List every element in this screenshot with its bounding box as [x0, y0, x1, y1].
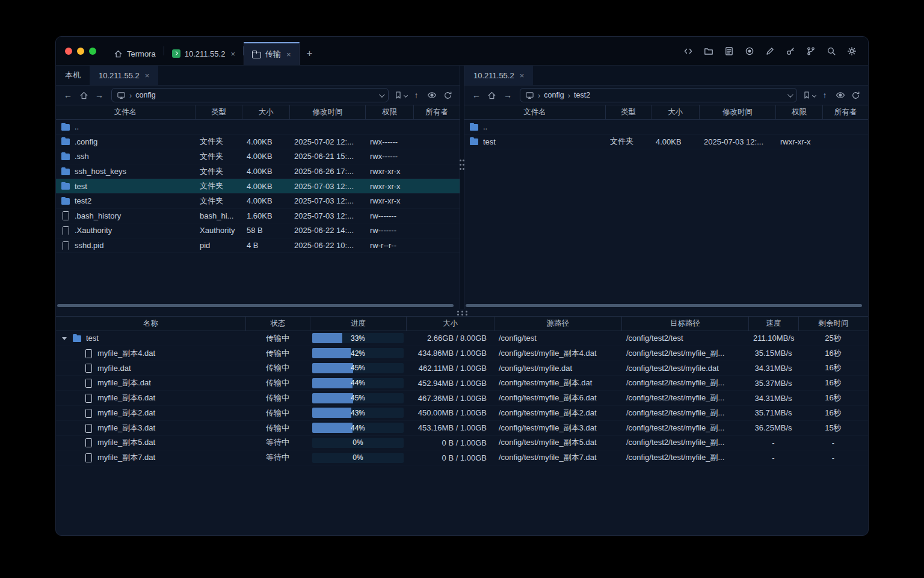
minimize-window-button[interactable] [77, 48, 84, 55]
transfer-row[interactable]: myfile_副本5.dat 等待中 0% 0 B / 1.00GB /conf… [56, 436, 868, 451]
transfer-status: 传输中 [245, 393, 310, 403]
column-header[interactable]: 大小 [406, 317, 494, 331]
column-header[interactable]: 修改时间 [699, 105, 775, 119]
expand-chevron-icon[interactable] [61, 335, 68, 342]
log-icon[interactable] [721, 43, 737, 59]
transfer-row[interactable]: test 传输中 33% 2.66GB / 8.00GB /config/tes… [56, 331, 868, 346]
path-segment[interactable]: test2 [574, 91, 590, 99]
close-tab-icon[interactable]: × [286, 50, 291, 59]
file-row[interactable]: sshd.pid pid 4 B 2025-06-22 10:... rw-r-… [56, 238, 460, 253]
refresh-button[interactable] [440, 88, 455, 102]
forward-button[interactable]: → [500, 88, 515, 102]
branch-icon[interactable] [803, 43, 819, 59]
terminal-icon [172, 49, 180, 58]
column-header[interactable]: 大小 [242, 105, 289, 119]
edit-icon[interactable] [762, 43, 778, 59]
file-row[interactable]: .bash_history bash_hi... 1.60KB 2025-07-… [56, 209, 460, 224]
column-header[interactable]: 进度 [310, 317, 406, 331]
path-segment[interactable]: config [544, 91, 564, 99]
column-header[interactable]: 所有者 [822, 105, 868, 119]
file-row[interactable]: test 文件夹 4.00KB 2025-07-03 12:... rwxr-x… [56, 179, 460, 194]
back-button[interactable]: ← [469, 88, 484, 102]
column-header[interactable]: 所有者 [413, 105, 460, 119]
transfer-row[interactable]: myfile_副本6.dat 传输中 45% 467.36MB / 1.00GB… [56, 391, 868, 406]
file-size-cell: 4.00KB [242, 182, 289, 191]
scrollbar-thumb[interactable] [466, 304, 862, 307]
file-row[interactable]: .. [464, 120, 868, 135]
transfer-row[interactable]: myfile_副本.dat 传输中 44% 452.94MB / 1.00GB … [56, 376, 868, 391]
close-tab-icon[interactable]: × [520, 71, 525, 80]
record-icon[interactable] [742, 43, 757, 59]
horizontal-scrollbar[interactable] [466, 303, 867, 308]
code-icon[interactable] [680, 43, 696, 59]
chevron-down-icon[interactable] [787, 92, 793, 98]
zoom-window-button[interactable] [89, 48, 96, 55]
column-header[interactable]: 速度 [748, 317, 798, 331]
key-icon[interactable] [783, 43, 798, 59]
column-header[interactable]: 源路径 [494, 317, 621, 331]
file-name-cell: .ssh [56, 152, 195, 161]
upload-button[interactable]: ↑ [818, 88, 832, 102]
bookmark-button[interactable] [393, 88, 408, 102]
settings-icon[interactable] [844, 43, 860, 59]
column-header[interactable]: 状态 [245, 317, 310, 331]
file-row[interactable]: test2 文件夹 4.00KB 2025-07-03 12:... rwxr-… [56, 194, 460, 209]
column-header[interactable]: 大小 [651, 105, 699, 119]
column-header[interactable]: 权限 [365, 105, 413, 119]
show-hidden-button[interactable] [425, 88, 439, 102]
panel-tab[interactable]: 10.211.55.2 × [464, 66, 533, 85]
close-window-button[interactable] [65, 48, 72, 55]
transfer-row[interactable]: myfile_副本4.dat 传输中 42% 434.86MB / 1.00GB… [56, 346, 868, 361]
transfer-row[interactable]: myfile_副本2.dat 传输中 43% 450.00MB / 1.00GB… [56, 406, 868, 421]
forward-button[interactable]: → [92, 88, 106, 102]
column-header[interactable]: 目标路径 [621, 317, 748, 331]
transfer-row[interactable]: myfile_副本7.dat 等待中 0% 0 B / 1.00GB /conf… [56, 450, 868, 465]
tab-transfer[interactable]: 传输 × [244, 42, 300, 65]
tab-host-session[interactable]: 10.211.55.2 × [164, 42, 243, 65]
file-row[interactable]: .. [56, 120, 460, 135]
panel-tab[interactable]: 本机 [56, 66, 90, 85]
transfer-row[interactable]: myfile_副本3.dat 传输中 44% 453.16MB / 1.00GB… [56, 421, 868, 436]
column-header[interactable]: 文件名 [56, 105, 195, 119]
path-separator: › [538, 91, 540, 100]
file-row[interactable]: test 文件夹 4.00KB 2025-07-03 12:... rwxr-x… [464, 135, 868, 150]
new-tab-button[interactable]: + [300, 42, 320, 65]
tab-termora[interactable]: Termora [106, 42, 164, 65]
path-bar[interactable]: › config › test2 [520, 88, 797, 102]
column-header[interactable]: 名称 [56, 317, 245, 331]
home-button[interactable] [76, 88, 91, 102]
file-row[interactable]: .config 文件夹 4.00KB 2025-07-02 12:... rwx… [56, 135, 460, 150]
upload-button[interactable]: ↑ [409, 88, 424, 102]
column-header[interactable]: 修改时间 [289, 105, 365, 119]
path-segment[interactable]: config [135, 91, 155, 99]
horizontal-scrollbar[interactable] [57, 303, 458, 308]
column-header[interactable]: 文件名 [464, 105, 605, 119]
column-header[interactable]: 剩余时间 [798, 317, 868, 331]
column-header[interactable]: 类型 [195, 105, 242, 119]
chevron-down-icon[interactable] [379, 92, 385, 98]
transfer-remaining: 16秒 [798, 393, 868, 403]
file-row[interactable]: .ssh 文件夹 4.00KB 2025-06-21 15:... rwx---… [56, 149, 460, 164]
panel-splitter[interactable] [460, 66, 464, 309]
scrollbar-thumb[interactable] [57, 304, 454, 307]
column-header[interactable]: 权限 [775, 105, 822, 119]
column-header[interactable]: 类型 [605, 105, 651, 119]
file-row[interactable]: ssh_host_keys 文件夹 4.00KB 2025-06-26 17:.… [56, 164, 460, 179]
search-icon[interactable] [824, 43, 839, 59]
file-name: .ssh [75, 152, 89, 161]
panel-tab[interactable]: 10.211.55.2 × [90, 66, 158, 85]
transfer-row[interactable]: myfile.dat 传输中 45% 462.11MB / 1.00GB /co… [56, 361, 868, 376]
folder-icon[interactable] [701, 43, 716, 59]
show-hidden-button[interactable] [833, 88, 848, 102]
close-tab-icon[interactable]: × [145, 71, 150, 80]
path-bar[interactable]: › config [111, 88, 389, 102]
transfer-source-path: /config/test/myfile_副本3.dat [494, 423, 621, 434]
home-button[interactable] [485, 88, 499, 102]
back-button[interactable]: ← [61, 88, 75, 102]
file-row[interactable]: .Xauthority Xauthority 58 B 2025-06-22 1… [56, 223, 460, 238]
transfer-splitter[interactable] [56, 309, 868, 316]
refresh-button[interactable] [849, 88, 863, 102]
left-file-panel: 本机 10.211.55.2 × ← → › config ↑ [56, 66, 460, 309]
bookmark-button[interactable] [802, 88, 816, 102]
close-tab-icon[interactable]: × [230, 49, 235, 58]
